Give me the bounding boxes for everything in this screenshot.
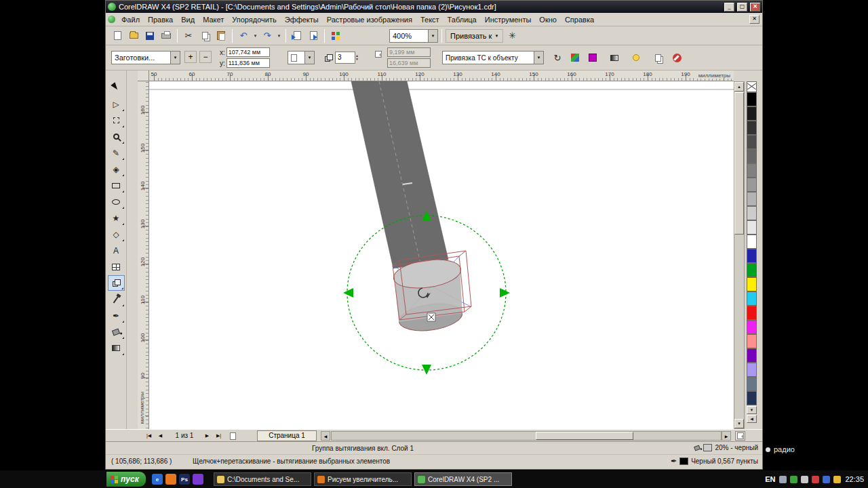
smart-fill-tool[interactable]: ◈ (108, 161, 125, 177)
palette-color-swatch[interactable] (747, 106, 757, 121)
update-icon[interactable] (833, 476, 841, 483)
pick-tool[interactable] (108, 80, 125, 96)
rotation-arrow-right[interactable] (500, 288, 510, 298)
menu-item-Справка[interactable]: Справка (561, 14, 598, 25)
close-button[interactable]: ✕ (750, 3, 760, 12)
extrude-color-button[interactable] (568, 51, 582, 64)
previous-page-button[interactable]: ◀ (155, 431, 165, 441)
clear-extrude-button[interactable] (670, 51, 684, 64)
x-handle[interactable] (427, 313, 435, 321)
palette-color-swatch[interactable] (747, 163, 757, 178)
extruded-band[interactable] (351, 81, 448, 268)
palette-color-swatch[interactable] (747, 348, 757, 363)
palette-color-swatch[interactable] (747, 306, 757, 320)
palette-color-swatch[interactable] (747, 291, 757, 306)
rectangle-tool[interactable] (108, 178, 125, 193)
add-preset-button[interactable]: + (184, 51, 197, 63)
vertical-scroll-thumb[interactable] (734, 92, 744, 235)
palette-color-swatch[interactable] (747, 235, 757, 249)
palette-color-swatch[interactable] (747, 149, 757, 163)
menu-item-Эффекты[interactable]: Эффекты (281, 14, 323, 25)
scroll-left-icon[interactable]: ◀ (321, 431, 330, 441)
eyedropper-tool[interactable] (108, 291, 125, 307)
vertical-scrollbar[interactable]: ▲ ▼ (734, 81, 745, 429)
snap-to-button[interactable]: Привязать к▼ (446, 29, 503, 43)
horizontal-scroll-thumb[interactable] (536, 432, 633, 440)
table-tool[interactable] (108, 259, 125, 274)
menu-item-Правка[interactable]: Правка (144, 14, 177, 25)
menu-item-Вид[interactable]: Вид (177, 14, 199, 25)
first-page-button[interactable]: |◀ (144, 431, 154, 441)
menu-item-Файл[interactable]: Файл (117, 14, 144, 25)
copy-extrude-properties-button[interactable] (651, 51, 665, 64)
palette-color-swatch[interactable] (747, 220, 757, 235)
freehand-tool[interactable]: ✎ (108, 145, 125, 161)
bevel-button[interactable] (608, 51, 621, 64)
rotation-arrow-left[interactable] (343, 288, 353, 298)
redo-dropdown[interactable]: ▼ (276, 28, 282, 43)
interactive-fill-tool[interactable] (108, 340, 125, 356)
palette-flyout-button[interactable]: ◀ (747, 415, 757, 423)
messenger-icon[interactable] (812, 476, 819, 483)
application-launcher-button[interactable] (328, 28, 343, 43)
palette-color-swatch[interactable] (747, 192, 757, 206)
depth-value-field[interactable]: 3 (335, 52, 355, 64)
volume-icon[interactable] (801, 476, 808, 483)
palette-color-swatch[interactable] (747, 249, 757, 263)
antivirus-icon[interactable] (790, 476, 797, 483)
palette-color-swatch[interactable] (747, 363, 757, 377)
language-indicator[interactable]: EN (765, 475, 775, 483)
menu-item-Растровые изображения[interactable]: Растровые изображения (323, 14, 416, 25)
network-icon[interactable] (823, 476, 830, 483)
photoshop-icon[interactable]: Ps (179, 474, 190, 485)
palette-color-swatch[interactable] (747, 377, 757, 391)
palette-color-swatch[interactable] (747, 277, 757, 291)
taskbar-task-button[interactable]: Рисуем увеличитель... (314, 472, 412, 486)
options-button[interactable]: ✳ (505, 28, 519, 43)
extrude-preset-combo[interactable]: Заготовки...▼ (111, 51, 180, 64)
delete-preset-button[interactable]: − (199, 51, 212, 63)
page-curl-button[interactable] (735, 431, 745, 441)
page-tab[interactable]: Страница 1 (257, 430, 317, 441)
chevron-down-icon[interactable]: ▼ (428, 30, 437, 42)
x-position-field[interactable]: 107,742 мм (226, 47, 270, 57)
no-color-swatch[interactable] (747, 81, 757, 92)
basic-shapes-tool[interactable]: ◇ (108, 226, 125, 242)
media-player-icon[interactable] (193, 474, 203, 485)
vp-properties-combo[interactable]: Привязка ТС к объекту▼ (442, 51, 544, 64)
menu-item-Макет[interactable]: Макет (199, 14, 228, 25)
next-page-button[interactable]: ▶ (202, 431, 212, 441)
menu-item-Окно[interactable]: Окно (535, 14, 561, 25)
redo-button[interactable]: ↷ (260, 28, 275, 43)
zoom-level-combo[interactable]: 400%▼ (389, 29, 438, 43)
last-page-button[interactable]: ▶| (214, 431, 224, 441)
palette-scroll-down-button[interactable]: ▼ (747, 406, 757, 414)
outline-pen-tool[interactable]: ✒ (108, 308, 125, 323)
shape-tool[interactable]: ▷ (108, 96, 125, 112)
chevron-down-icon[interactable]: ▼ (534, 52, 543, 64)
save-button[interactable] (142, 28, 157, 43)
maximize-button[interactable]: ▢ (737, 3, 747, 12)
ie-icon[interactable]: e (152, 474, 163, 485)
y-position-field[interactable]: 111,836 мм (226, 58, 270, 68)
fill-color-button[interactable] (586, 51, 599, 64)
print-button[interactable] (159, 28, 174, 43)
scroll-right-icon[interactable]: ▶ (722, 431, 731, 441)
text-tool[interactable]: A (108, 243, 125, 258)
menu-item-Инструменты[interactable]: Инструменты (481, 14, 536, 25)
palette-color-swatch[interactable] (747, 178, 757, 192)
taskbar-task-button[interactable]: C:\Documents and Se... (214, 472, 311, 486)
palette-color-swatch[interactable] (747, 334, 757, 348)
ruler-corner[interactable] (138, 70, 149, 81)
palette-color-swatch[interactable] (747, 206, 757, 220)
menu-item-Упорядочить[interactable]: Упорядочить (228, 14, 280, 25)
palette-color-swatch[interactable] (747, 391, 757, 405)
import-button[interactable] (290, 28, 304, 43)
palette-color-swatch[interactable] (747, 263, 757, 277)
new-document-button[interactable] (110, 28, 125, 43)
chevron-down-icon[interactable]: ▼ (304, 52, 314, 64)
crop-tool[interactable] (108, 113, 125, 128)
paste-button[interactable] (214, 28, 229, 43)
horizontal-scrollbar[interactable] (331, 431, 722, 441)
extrude-rotation-button[interactable]: ↻ (551, 51, 564, 64)
